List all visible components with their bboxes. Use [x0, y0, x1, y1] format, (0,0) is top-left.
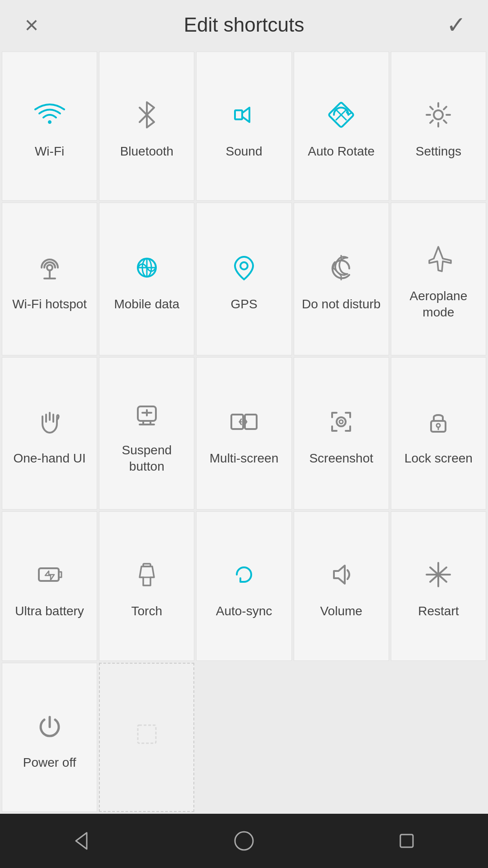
svg-line-35 — [430, 567, 438, 575]
grid-item-settings[interactable]: Settings — [391, 52, 486, 201]
poweroff-icon — [29, 706, 70, 746]
aeroplane-icon — [418, 239, 459, 280]
back-button[interactable] — [63, 823, 99, 859]
suspend-icon — [127, 393, 167, 434]
grid-item-aeroplane[interactable]: Aeroplane mode — [391, 203, 486, 355]
hotspot-icon — [29, 247, 70, 288]
grid-item-volume[interactable]: Volume — [294, 511, 389, 660]
autorotate-icon — [321, 94, 361, 135]
sound-icon — [224, 94, 264, 135]
home-button[interactable] — [226, 823, 262, 859]
ultrabattery-icon — [29, 554, 70, 595]
grid-item-gps[interactable]: GPS — [196, 203, 291, 355]
item-label-settings: Settings — [416, 143, 461, 160]
grid-item-auto-rotate[interactable]: Auto Rotate — [294, 52, 389, 201]
grid-item-poweroff[interactable]: Power off — [2, 663, 97, 812]
wifi-icon — [29, 94, 70, 135]
grid-item-ultrabattery[interactable]: Ultra battery — [2, 511, 97, 660]
multiscreen-icon — [224, 401, 264, 442]
grid-item-suspend[interactable]: Suspend button — [99, 357, 194, 509]
svg-point-2 — [434, 110, 443, 119]
item-label-poweroff: Power off — [23, 755, 76, 771]
lockscreen-icon — [418, 401, 459, 442]
svg-point-39 — [235, 832, 253, 850]
item-label-sound: Sound — [226, 143, 263, 160]
item-label-restart: Restart — [418, 603, 459, 619]
bottom-navigation — [0, 814, 488, 868]
grid-item-restart[interactable]: Restart — [391, 511, 486, 660]
grid-item-autosync[interactable]: Auto-sync — [196, 511, 291, 660]
close-button[interactable]: × — [18, 11, 45, 38]
grid-item-mobile-data[interactable]: Mobile data — [99, 203, 194, 355]
item-label-autosync: Auto-sync — [216, 603, 272, 619]
empty-icon — [127, 714, 167, 755]
item-label-volume: Volume — [320, 603, 362, 619]
grid-item-lockscreen[interactable]: Lock screen — [391, 357, 486, 509]
item-label-mobile-data: Mobile data — [114, 296, 179, 312]
item-label-do-not-disturb: Do not disturb — [302, 296, 380, 312]
autosync-icon — [224, 554, 264, 595]
item-label-wifi-hotspot: Wi-Fi hotspot — [12, 296, 87, 312]
grid-item-sound[interactable]: Sound — [196, 52, 291, 201]
shortcuts-grid: Wi-Fi Bluetooth Sound Auto Rotate Settin… — [0, 50, 488, 814]
recents-button[interactable] — [389, 823, 425, 859]
svg-rect-0 — [235, 110, 242, 119]
item-label-ultrabattery: Ultra battery — [15, 603, 84, 619]
item-label-torch: Torch — [131, 603, 162, 619]
svg-point-20 — [337, 417, 346, 426]
grid-item-do-not-disturb[interactable]: Do not disturb — [294, 203, 389, 355]
bluetooth-icon — [127, 94, 167, 135]
grid-item-wifi[interactable]: Wi-Fi — [2, 52, 97, 201]
svg-line-29 — [438, 567, 446, 575]
item-label-screenshot: Screenshot — [309, 450, 373, 467]
item-label-lockscreen: Lock screen — [404, 450, 473, 467]
svg-line-33 — [430, 575, 438, 582]
item-label-aeroplane: Aeroplane mode — [396, 288, 481, 321]
donotdisturb-icon — [321, 247, 361, 288]
item-label-wifi: Wi-Fi — [35, 143, 64, 160]
volume-icon — [321, 554, 361, 595]
item-label-suspend: Suspend button — [104, 442, 189, 475]
grid-item-one-hand[interactable]: One-hand UI — [2, 357, 97, 509]
screenshot-icon — [321, 401, 361, 442]
grid-item-bluetooth[interactable]: Bluetooth — [99, 52, 194, 201]
svg-marker-38 — [76, 833, 87, 849]
svg-point-21 — [339, 420, 343, 424]
item-label-one-hand: One-hand UI — [13, 450, 85, 467]
grid-item-multiscreen[interactable]: Multi-screen — [196, 357, 291, 509]
grid-item-torch[interactable]: Torch — [99, 511, 194, 660]
confirm-button[interactable]: ✓ — [443, 11, 470, 38]
svg-rect-37 — [138, 725, 156, 743]
restart-icon — [418, 554, 459, 595]
item-label-multiscreen: Multi-screen — [210, 450, 278, 467]
gps-icon — [224, 247, 264, 288]
settings-icon — [418, 94, 459, 135]
item-label-gps: GPS — [230, 296, 257, 312]
torch-icon — [127, 554, 167, 595]
grid-item-wifi-hotspot[interactable]: Wi-Fi hotspot — [2, 203, 97, 355]
svg-point-10 — [240, 262, 248, 269]
grid-item-empty[interactable] — [99, 663, 194, 812]
mobiledata-icon — [127, 247, 167, 288]
svg-line-31 — [438, 575, 446, 582]
item-label-bluetooth: Bluetooth — [120, 143, 174, 160]
grid-item-screenshot[interactable]: Screenshot — [294, 357, 389, 509]
item-label-auto-rotate: Auto Rotate — [308, 143, 375, 160]
header: × Edit shortcuts ✓ — [0, 0, 488, 50]
svg-rect-40 — [400, 835, 413, 847]
onehand-icon — [29, 401, 70, 442]
page-title: Edit shortcuts — [184, 14, 305, 36]
